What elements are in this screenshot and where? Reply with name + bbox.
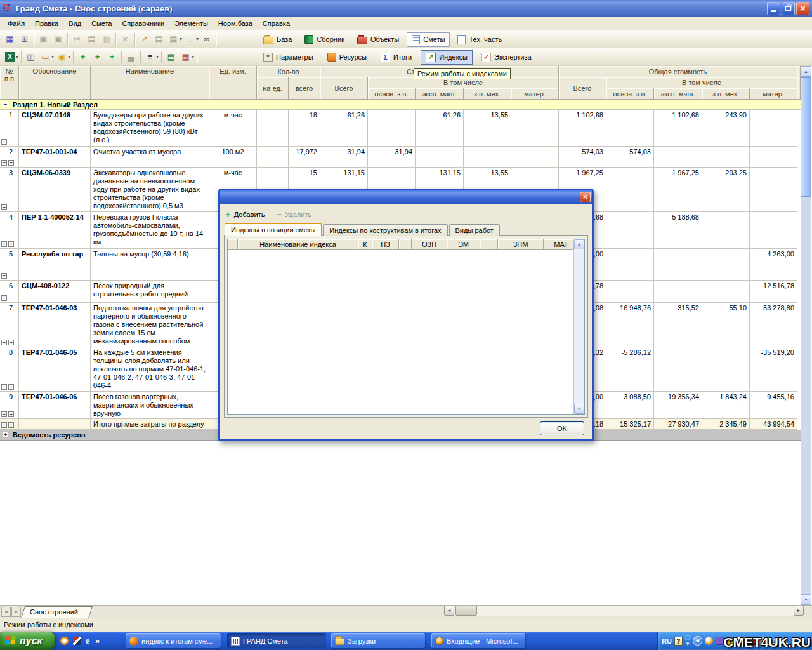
- dialog-tab[interactable]: Индексы в позиции сметы: [225, 223, 322, 236]
- cell-name[interactable]: Перевозка грузов I класса автомобиль-сам…: [91, 212, 209, 249]
- add-index-button[interactable]: + Добавить: [225, 211, 265, 218]
- index-col-header[interactable]: ЗПМ: [498, 239, 544, 250]
- cell-name[interactable]: Песок природный для строительных работ с…: [91, 281, 209, 303]
- expand-icon[interactable]: +: [8, 384, 14, 390]
- internet-explorer-icon[interactable]: e: [86, 637, 90, 645]
- menu-item[interactable]: Смета: [86, 18, 117, 29]
- toolbar-button-tech-chast[interactable]: Тех. часть: [452, 32, 507, 47]
- index-col-header[interactable]: К: [358, 239, 372, 250]
- dropdown-icon[interactable]: ▾: [68, 54, 70, 60]
- index-col-header[interactable]: ПЗ: [372, 239, 399, 250]
- cell-t_em[interactable]: 1 967,25: [654, 168, 702, 212]
- cell-u_mat[interactable]: [511, 110, 559, 147]
- toolbar-button-itogi[interactable]: ΣИтоги: [376, 50, 417, 65]
- cell-t_ozp[interactable]: -5 286,12: [606, 347, 654, 392]
- taskbar-task[interactable]: Загрузки: [331, 633, 425, 648]
- expand-icon[interactable]: +: [1, 411, 7, 417]
- chevron-icon[interactable]: »: [95, 637, 100, 646]
- menu-item[interactable]: Справочники: [117, 18, 169, 29]
- remove-index-button[interactable]: − Удалить: [276, 211, 311, 218]
- expand-icon[interactable]: +: [1, 340, 7, 345]
- start-button[interactable]: пуск: [0, 632, 55, 650]
- expand-icon[interactable]: +: [1, 160, 7, 166]
- index-col-header[interactable]: [480, 239, 498, 250]
- app-grid-icon[interactable]: ▦: [3, 32, 17, 46]
- toolbar-button-parametry[interactable]: *Параметры: [258, 50, 318, 64]
- cell-basis[interactable]: Рег.служба по тар: [19, 249, 91, 281]
- find-icon[interactable]: ∞: [199, 32, 214, 46]
- cell-basis[interactable]: ТЕР47-01-046-06: [19, 392, 91, 419]
- cell-t_em[interactable]: [654, 347, 702, 392]
- toolbar-button-smety[interactable]: Сметы: [407, 32, 450, 47]
- cell-t_mat[interactable]: [750, 212, 797, 249]
- toolbar-button-ekspertiza[interactable]: ✓Экспертиза: [476, 50, 537, 65]
- taskbar-task[interactable]: ГРАНД Смета: [227, 633, 326, 648]
- dialog-scrollbar[interactable]: ▲ ▼: [573, 239, 584, 414]
- expand-icon[interactable]: +: [1, 384, 7, 390]
- dialog-tab[interactable]: Индексы по коструктивам в итогах: [323, 224, 447, 236]
- index-list[interactable]: Наименование индексаКПЗОЗПЭМЗПММАТ ▲ ▼: [227, 239, 585, 415]
- cell-t_em[interactable]: [654, 147, 702, 168]
- copy-icon[interactable]: ▤: [84, 32, 99, 46]
- add-position-icon[interactable]: +: [90, 50, 105, 64]
- cell-t_zpm[interactable]: [702, 281, 750, 303]
- taskbar-task[interactable]: индекс к итогам сме...: [126, 633, 221, 648]
- cell-t_em[interactable]: 27 930,47: [654, 419, 702, 430]
- index-col-header[interactable]: ЭМ: [447, 239, 480, 250]
- cell-q1[interactable]: [257, 147, 289, 168]
- expand-icon[interactable]: +: [8, 411, 14, 417]
- cell-t_zpm[interactable]: [702, 147, 750, 168]
- cell-t_ozp[interactable]: [606, 110, 654, 147]
- cell-t_em[interactable]: [654, 281, 702, 303]
- cell-t_ozp[interactable]: [606, 281, 654, 303]
- table-row[interactable]: 1СЦЭМ-07-0148Бульдозеры при работе на др…: [0, 110, 801, 147]
- cell-basis[interactable]: [19, 419, 91, 430]
- journal-icon[interactable]: ▤: [164, 50, 178, 64]
- delete-icon[interactable]: ×: [118, 32, 133, 46]
- add-row-icon[interactable]: +: [75, 50, 90, 64]
- tab-next-icon[interactable]: ►: [11, 607, 21, 617]
- collapse-icon[interactable]: −: [3, 102, 8, 107]
- menu-item[interactable]: Вид: [63, 18, 86, 29]
- cell-t_zpm[interactable]: [702, 347, 750, 392]
- cell-t_mat[interactable]: 4 263,00: [750, 249, 797, 281]
- cell-t_mat[interactable]: 12 516,78: [750, 281, 797, 303]
- expand-icon[interactable]: +: [1, 273, 7, 279]
- cell-name[interactable]: Очистка участка от мусора: [91, 147, 209, 168]
- cell-t_em[interactable]: [654, 249, 702, 281]
- dialog-close-icon[interactable]: ×: [580, 192, 591, 202]
- cell-t_t[interactable]: 1 102,68: [559, 110, 606, 147]
- dropdown-icon[interactable]: ▾: [51, 54, 54, 60]
- cell-t_zpm[interactable]: 203,25: [702, 168, 750, 212]
- cell-t_mat[interactable]: [750, 168, 797, 212]
- save-all-icon[interactable]: ▣: [51, 32, 65, 46]
- calendar-icon[interactable]: ▦: [178, 50, 193, 64]
- cell-basis[interactable]: ТЕР47-01-046-03: [19, 303, 91, 347]
- scroll-thumb[interactable]: [801, 77, 811, 197]
- vertical-scrollbar[interactable]: ▲ ▼: [801, 66, 811, 605]
- cell-u_em[interactable]: [416, 147, 464, 168]
- coins-icon[interactable]: ◉: [55, 50, 69, 64]
- save-icon[interactable]: ▣: [36, 32, 51, 46]
- tray-collapse-icon[interactable]: ◄: [693, 636, 702, 646]
- quicklaunch-app-icon[interactable]: [60, 637, 69, 645]
- cell-t_zpm[interactable]: 2 345,49: [702, 419, 750, 430]
- app-tray-icon[interactable]: [716, 637, 724, 645]
- cell-t_zpm[interactable]: [702, 249, 750, 281]
- cell-t_mat[interactable]: 9 455,16: [750, 392, 797, 419]
- table-row[interactable]: 2ТЕР47-01-001-04Очистка участка от мусор…: [0, 147, 801, 168]
- cell-t_ozp[interactable]: 16 948,76: [606, 303, 654, 347]
- restore-button[interactable]: [782, 2, 795, 15]
- cell-u_em[interactable]: 61,26: [416, 110, 464, 147]
- excel-export-icon[interactable]: X: [3, 50, 17, 64]
- cell-u_t[interactable]: 61,26: [320, 110, 368, 147]
- cell-t_mat[interactable]: 53 278,80: [750, 303, 797, 347]
- taskbar-task[interactable]: Входящие - Microsof...: [431, 633, 525, 648]
- language-indicator[interactable]: RU: [662, 637, 672, 645]
- close-button[interactable]: ×: [796, 2, 809, 15]
- cell-t_em[interactable]: 1 102,68: [654, 110, 702, 147]
- cell-t_ozp[interactable]: 15 325,17: [606, 419, 654, 430]
- minimize-button[interactable]: [767, 2, 780, 15]
- cell-name[interactable]: Талоны на мусор (30,59:4,16): [91, 249, 209, 281]
- expand-icon[interactable]: +: [1, 139, 7, 145]
